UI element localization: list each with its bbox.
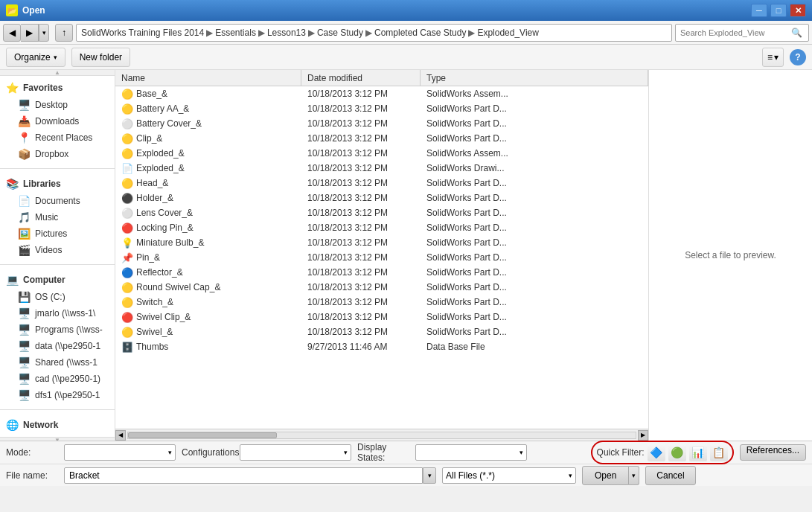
col-header-type[interactable]: Type xyxy=(421,70,648,86)
mode-label: Mode: xyxy=(6,447,58,458)
table-row[interactable]: 🔴Swivel Clip_& 10/18/2013 3:12 PM SolidW… xyxy=(115,310,648,324)
sidebar-item-label: jmarlo (\\wss-1\ xyxy=(35,308,95,319)
table-row[interactable]: 🟡Head_& 10/18/2013 3:12 PM SolidWorks Pa… xyxy=(115,176,648,191)
favorites-label: Favorites xyxy=(23,83,63,93)
table-row[interactable]: 🟡Base_& 10/18/2013 3:12 PM SolidWorks As… xyxy=(115,86,648,101)
network-drive-icon-5: 🖥️ xyxy=(18,373,31,385)
mode-dropdown[interactable]: ▾ xyxy=(64,444,176,461)
breadcrumb[interactable]: SolidWorks Training Files 2014 ▶ Essenti… xyxy=(76,24,672,42)
sidebar-item-dropbox[interactable]: 📦 Dropbox xyxy=(0,146,115,162)
preview-text: Select a file to preview. xyxy=(685,250,776,260)
network-section: 🌐 Network xyxy=(0,413,115,437)
table-row[interactable]: ⚫Holder_& 10/18/2013 3:12 PM SolidWorks … xyxy=(115,191,648,205)
organize-dropdown-arrow: ▾ xyxy=(54,54,57,61)
table-row[interactable]: 🟡Swivel_& 10/18/2013 3:12 PM SolidWorks … xyxy=(115,324,648,339)
search-button[interactable]: 🔍 xyxy=(789,25,804,40)
table-row[interactable]: 💡Miniature Bulb_& 10/18/2013 3:12 PM Sol… xyxy=(115,235,648,250)
configurations-label: Configurations: xyxy=(182,447,234,458)
forward-button[interactable]: ▶ xyxy=(21,24,39,42)
quick-filter-assemblies-button[interactable]: 🟢 xyxy=(668,444,686,461)
file-icon: ⚪ xyxy=(121,208,133,219)
dropbox-icon: 📦 xyxy=(18,148,31,160)
table-row[interactable]: 🟡Clip_& 10/18/2013 3:12 PM SolidWorks Pa… xyxy=(115,131,648,146)
search-input[interactable] xyxy=(680,28,786,37)
file-icon: 🟡 xyxy=(121,297,133,308)
sidebar-item-data[interactable]: 🖥️ data (\\pe2950-1 xyxy=(0,338,115,354)
table-row[interactable]: ⚪Lens Cover_& 10/18/2013 3:12 PM SolidWo… xyxy=(115,205,648,220)
quick-filter-drawings-button[interactable]: 📊 xyxy=(689,444,707,461)
computer-label: Computer xyxy=(23,275,65,285)
sidebar-item-label: cad (\\pe2950-1) xyxy=(35,374,100,384)
sidebar-item-label: Downloads xyxy=(35,116,79,127)
sidebar-item-programs[interactable]: 🖥️ Programs (\\wss- xyxy=(0,321,115,338)
sidebar-item-label: Programs (\\wss- xyxy=(35,324,103,335)
table-row[interactable]: 🟡Switch_& 10/18/2013 3:12 PM SolidWorks … xyxy=(115,295,648,310)
filetype-value: All Files (*.*) xyxy=(446,470,566,481)
sidebar-divider-2 xyxy=(0,264,115,265)
sidebar-item-label: Recent Places xyxy=(35,132,92,143)
table-row-thumbs[interactable]: 🗄️Thumbs 9/27/2013 11:46 AM Data Base Fi… xyxy=(115,339,648,354)
table-row[interactable]: 🔵Reflector_& 10/18/2013 3:12 PM SolidWor… xyxy=(115,265,648,280)
table-row[interactable]: ⚪Battery Cover_& 10/18/2013 3:12 PM Soli… xyxy=(115,116,648,131)
filename-label: File name: xyxy=(6,470,58,481)
sidebar-item-recent-places[interactable]: 📍 Recent Places xyxy=(0,129,115,146)
sidebar-item-desktop[interactable]: 🖥️ Desktop xyxy=(0,97,115,113)
libraries-header[interactable]: 📚 Libraries xyxy=(0,175,115,193)
col-header-date[interactable]: Date modified xyxy=(301,70,421,86)
sidebar: ▲ ⭐ Favorites 🖥️ Desktop 📥 Downloads 📍 R… xyxy=(0,70,115,441)
file-icon: 🟡 xyxy=(121,133,133,144)
horizontal-scrollbar[interactable]: ◀ ▶ xyxy=(115,429,648,441)
table-row[interactable]: 🔴Locking Pin_& 10/18/2013 3:12 PM SolidW… xyxy=(115,220,648,235)
sidebar-item-c-drive[interactable]: 💾 OS (C:) xyxy=(0,289,115,305)
table-row[interactable]: 📄Exploded_& 10/18/2013 3:12 PM SolidWork… xyxy=(115,161,648,176)
back-button[interactable]: ◀ xyxy=(3,24,21,42)
configurations-dropdown[interactable]: ▾ xyxy=(240,444,351,461)
computer-header[interactable]: 💻 Computer xyxy=(0,271,115,289)
organize-button[interactable]: Organize ▾ xyxy=(6,48,65,67)
references-button[interactable]: References... xyxy=(740,444,806,461)
filetype-dropdown[interactable]: All Files (*.*) ▾ xyxy=(442,467,576,484)
sidebar-item-label: Music xyxy=(35,212,58,223)
display-states-dropdown[interactable]: ▾ xyxy=(415,444,527,461)
maximize-button[interactable]: □ xyxy=(770,4,787,17)
sidebar-item-pictures[interactable]: 🖼️ Pictures xyxy=(0,225,115,242)
views-icon: ≡ xyxy=(767,52,773,63)
open-dropdown-button[interactable]: ▾ xyxy=(629,466,639,485)
breadcrumb-part: Case Study xyxy=(317,28,363,38)
close-button[interactable]: ✕ xyxy=(790,4,806,17)
network-header[interactable]: 🌐 Network xyxy=(0,416,115,434)
table-row[interactable]: 🟡Exploded_& 10/18/2013 3:12 PM SolidWork… xyxy=(115,146,648,161)
quick-filter-misc-button[interactable]: 📋 xyxy=(710,444,728,461)
nav-dropdown-button[interactable]: ▾ xyxy=(39,24,49,42)
views-button[interactable]: ≡ ▾ xyxy=(762,48,784,67)
window-controls: ─ □ ✕ xyxy=(751,4,806,17)
libraries-label: Libraries xyxy=(23,179,61,189)
favorites-header[interactable]: ⭐ Favorites xyxy=(0,79,115,97)
file-icon: 📌 xyxy=(121,252,133,263)
sidebar-item-videos[interactable]: 🎬 Videos xyxy=(0,242,115,258)
favorites-star-icon: ⭐ xyxy=(6,82,19,94)
file-icon: 📄 xyxy=(121,163,133,174)
sidebar-item-documents[interactable]: 📄 Documents xyxy=(0,193,115,209)
cancel-button[interactable]: Cancel xyxy=(645,466,695,485)
open-button[interactable]: Open xyxy=(582,466,629,485)
file-list-scroll[interactable]: 🟡Base_& 10/18/2013 3:12 PM SolidWorks As… xyxy=(115,86,648,429)
sidebar-item-music[interactable]: 🎵 Music xyxy=(0,209,115,225)
sidebar-item-cad[interactable]: 🖥️ cad (\\pe2950-1) xyxy=(0,371,115,387)
table-row[interactable]: 🟡Battery AA_& 10/18/2013 3:12 PM SolidWo… xyxy=(115,101,648,116)
sidebar-item-downloads[interactable]: 📥 Downloads xyxy=(0,113,115,129)
filename-dropdown-button[interactable]: ▾ xyxy=(423,467,436,484)
sidebar-item-dfs1[interactable]: 🖥️ dfs1 (\\pe2950-1 xyxy=(0,387,115,403)
sidebar-item-shared[interactable]: 🖥️ Shared (\\wss-1 xyxy=(0,354,115,371)
new-folder-button[interactable]: New folder xyxy=(71,48,130,67)
quick-filter-parts-button[interactable]: 🔷 xyxy=(648,444,665,461)
table-row[interactable]: 🟡Round Swivel Cap_& 10/18/2013 3:12 PM S… xyxy=(115,280,648,295)
sidebar-divider-3 xyxy=(0,409,115,410)
up-button[interactable]: ↑ xyxy=(55,24,73,42)
minimize-button[interactable]: ─ xyxy=(751,4,767,17)
table-row[interactable]: 📌Pin_& 10/18/2013 3:12 PM SolidWorks Par… xyxy=(115,250,648,265)
sidebar-item-jmarlo[interactable]: 🖥️ jmarlo (\\wss-1\ xyxy=(0,305,115,321)
help-button[interactable]: ? xyxy=(790,49,806,65)
col-header-name[interactable]: Name xyxy=(115,70,301,86)
filename-input[interactable] xyxy=(64,467,423,484)
